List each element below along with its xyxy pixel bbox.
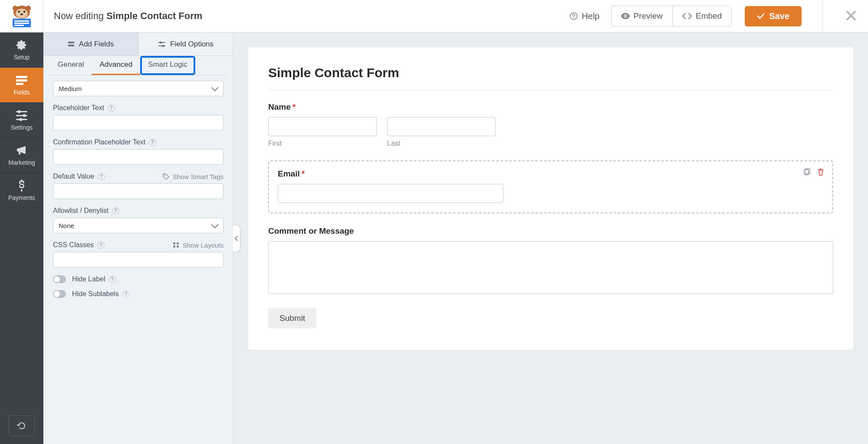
revisions-button[interactable] [9,415,35,436]
last-name-input[interactable] [387,117,496,136]
nav-setup[interactable]: Setup [0,33,43,68]
gear-icon [15,39,28,51]
svg-rect-15 [16,79,27,82]
svg-point-12 [573,17,574,18]
subtab-advanced[interactable]: Advanced [92,56,140,75]
check-icon [757,13,765,19]
svg-rect-27 [158,46,165,46]
app-logo[interactable] [0,0,43,32]
hide-sublabels-label: Hide Sublabels ? [72,290,130,298]
svg-rect-24 [68,45,74,46]
svg-point-18 [18,110,21,113]
nav-payments[interactable]: Payments [0,173,43,208]
subtab-general[interactable]: General [50,56,92,75]
hide-label-toggle[interactable] [53,275,66,283]
left-nav: Setup Fields Settings Marketing Payments [0,33,43,444]
svg-point-20 [23,114,26,117]
svg-point-1 [13,6,18,11]
topbar: Now editing Simple Contact Form Help Pre… [0,0,868,33]
first-name-input[interactable] [268,117,377,136]
css-classes-label: CSS Classes ? [53,241,105,249]
panel-collapse-handle[interactable] [233,225,240,252]
form-title: Simple Contact Form [268,65,833,80]
form-preview: Simple Contact Form Name* First Last [248,47,853,350]
svg-point-22 [20,118,23,121]
nav-marketing[interactable]: Marketing [0,138,43,173]
svg-point-13 [625,15,626,17]
svg-point-29 [164,175,165,176]
allowlist-label: Allowlist / Denylist ? [53,207,119,215]
svg-point-2 [26,6,31,11]
field-options-panel: Add Fields Field Options General Advance… [43,33,233,444]
field-name[interactable]: Name* First Last [268,102,833,147]
help-icon[interactable]: ? [98,173,105,180]
comment-textarea[interactable] [268,241,833,294]
svg-point-6 [20,13,23,15]
preview-embed-group: Preview Embed [611,6,732,26]
dollar-icon [15,180,28,192]
subtab-smart-logic[interactable]: Smart Logic [140,56,195,75]
show-layouts-link[interactable]: Show Layouts [173,242,224,249]
close-icon [845,10,857,21]
first-sublabel: First [268,140,377,147]
nav-settings[interactable]: Settings [0,103,43,138]
help-icon[interactable]: ? [108,104,115,112]
chevron-left-icon [235,236,238,241]
help-link[interactable]: Help [570,11,599,21]
placeholder-input[interactable] [53,115,224,131]
confirmation-placeholder-input[interactable] [53,149,224,165]
embed-button[interactable]: Embed [672,6,731,26]
field-options-icon [158,41,166,47]
help-icon [570,12,578,20]
save-button[interactable]: Save [745,6,802,26]
topbar-divider [822,0,823,33]
hide-label-label: Hide Label ? [72,275,116,283]
undo-icon [17,421,26,431]
field-size-select[interactable]: Medium [53,81,224,96]
svg-point-4 [18,11,20,13]
help-icon[interactable]: ? [122,291,130,298]
confirmation-placeholder-label: Confirmation Placeholder Text ? [53,138,156,146]
svg-rect-25 [158,42,165,43]
css-classes-input[interactable] [53,252,224,268]
default-value-label: Default Value ? [53,173,105,180]
editing-label: Now editing Simple Contact Form [43,10,570,22]
tab-add-fields[interactable]: Add Fields [43,33,138,56]
hide-sublabels-toggle[interactable] [53,290,66,298]
tag-icon [163,173,170,180]
svg-rect-10 [14,25,24,26]
default-value-input[interactable] [53,183,224,199]
close-button[interactable] [834,10,868,23]
help-icon[interactable]: ? [112,207,119,215]
nav-fields[interactable]: Fields [0,68,43,103]
duplicate-icon[interactable] [803,168,811,176]
svg-rect-23 [68,42,74,43]
svg-rect-32 [173,245,175,248]
preview-button[interactable]: Preview [612,6,673,26]
svg-point-26 [159,41,161,43]
submit-button[interactable]: Submit [268,308,316,328]
help-icon[interactable]: ? [149,139,156,146]
show-smart-tags-link[interactable]: Show Smart Tags [163,173,224,180]
sliders-icon [15,109,28,121]
svg-rect-31 [177,242,179,245]
form-icon [15,74,28,86]
field-comment[interactable]: Comment or Message [268,226,833,295]
eye-icon [621,13,630,19]
help-icon[interactable]: ? [97,242,105,249]
trash-icon[interactable] [817,168,825,176]
svg-rect-9 [14,23,29,24]
form-canvas: Simple Contact Form Name* First Last [233,33,868,444]
allowlist-select[interactable]: None [53,218,224,233]
tab-field-options[interactable]: Field Options [138,33,233,56]
svg-rect-30 [173,242,175,245]
svg-point-28 [162,45,164,47]
code-icon [682,13,692,20]
bullhorn-icon [15,144,28,157]
email-input[interactable] [278,184,503,203]
last-sublabel: Last [387,140,496,147]
svg-rect-14 [16,76,27,78]
add-fields-icon [68,41,75,48]
field-email-selected[interactable]: Email* [268,160,833,213]
help-icon[interactable]: ? [109,276,116,283]
